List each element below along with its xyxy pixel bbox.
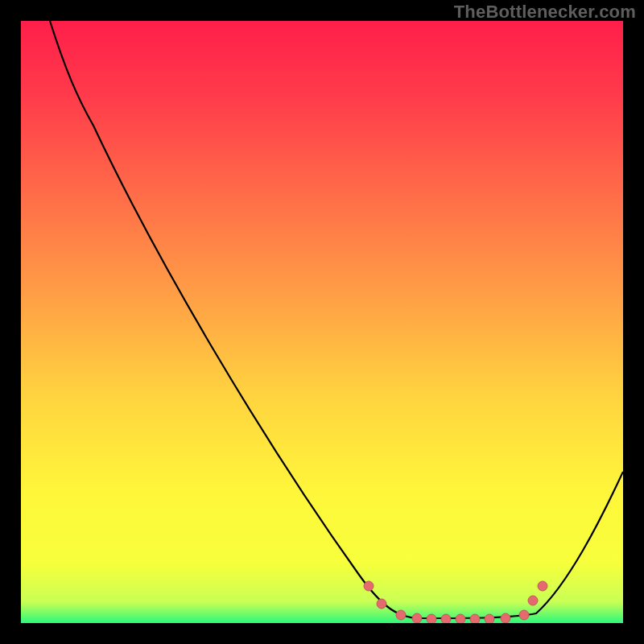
marker-dot xyxy=(470,614,480,623)
plot-svg xyxy=(21,21,623,623)
marker-dot xyxy=(396,610,406,620)
marker-dot xyxy=(501,613,510,623)
marker-dot xyxy=(456,614,465,623)
marker-dot xyxy=(441,614,451,623)
marker-dot xyxy=(538,581,547,591)
marker-dot xyxy=(485,614,494,623)
marker-dot xyxy=(427,614,436,623)
marker-dot xyxy=(364,581,374,591)
marker-dot xyxy=(528,596,538,605)
watermark-text: TheBottlenecker.com xyxy=(454,2,636,23)
gradient-background xyxy=(21,21,623,623)
plot-area xyxy=(21,21,623,623)
marker-dot xyxy=(519,610,529,620)
marker-dot xyxy=(377,599,386,609)
chart-frame: TheBottlenecker.com xyxy=(0,0,644,644)
marker-dot xyxy=(412,613,422,623)
